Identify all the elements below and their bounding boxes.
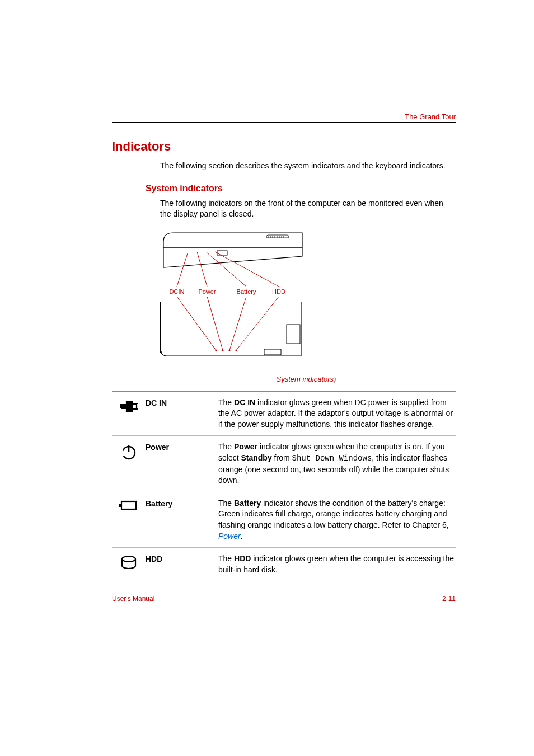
power-link[interactable]: Power <box>218 532 241 541</box>
sub-intro-text: The following indicators on the front of… <box>160 198 456 219</box>
diagram-caption: System indicators) <box>157 375 456 383</box>
dcin-label: DC IN <box>146 397 218 407</box>
svg-line-4 <box>215 252 279 287</box>
battery-desc: The Battery indicator shows the conditio… <box>218 498 456 542</box>
dcin-desc: The DC IN indicator glows green when DC … <box>218 397 456 430</box>
svg-rect-18 <box>121 501 136 509</box>
svg-line-1 <box>177 252 188 287</box>
svg-line-8 <box>229 297 246 350</box>
system-indicators-diagram: DCIN Power Battery HDD <box>157 229 456 369</box>
svg-line-9 <box>236 297 279 350</box>
battery-label: Battery <box>146 498 218 508</box>
intro-text: The following section describes the syst… <box>160 161 456 171</box>
svg-point-11 <box>222 349 223 351</box>
svg-line-7 <box>207 297 223 350</box>
power-desc: The Power indicator glows green when the… <box>218 442 456 486</box>
svg-rect-15 <box>264 349 281 355</box>
power-icon <box>112 442 146 461</box>
battery-icon <box>112 498 146 511</box>
row-power: Power The Power indicator glows green wh… <box>112 436 456 492</box>
hdd-icon <box>112 553 146 570</box>
diagram-label-power: Power <box>198 288 216 295</box>
header-section-label: The Grand Tour <box>405 112 456 121</box>
row-battery: Battery The Battery indicator shows the … <box>112 492 456 548</box>
svg-point-10 <box>215 349 217 351</box>
indicator-table: DC IN The DC IN indicator glows green wh… <box>112 391 456 582</box>
svg-point-12 <box>228 349 230 351</box>
power-label: Power <box>146 442 218 452</box>
svg-point-13 <box>235 349 237 351</box>
svg-line-3 <box>206 252 246 287</box>
svg-rect-14 <box>287 325 300 344</box>
page-footer: User's Manual 2-11 <box>112 593 456 603</box>
diagram-label-battery: Battery <box>237 288 256 295</box>
row-dcin: DC IN The DC IN indicator glows green wh… <box>112 392 456 436</box>
page-header: The Grand Tour <box>112 112 456 123</box>
svg-rect-5 <box>160 302 161 353</box>
diagram-label-hdd: HDD <box>272 288 285 295</box>
subsection-title: System indicators <box>146 184 456 194</box>
svg-line-2 <box>197 252 207 287</box>
section-title: Indicators <box>112 139 456 154</box>
hdd-label: HDD <box>146 553 218 564</box>
manual-page: The Grand Tour Indicators The following … <box>0 0 534 670</box>
dc-plug-icon <box>112 397 146 415</box>
hdd-desc: The HDD indicator glows green when the c… <box>218 553 456 575</box>
svg-rect-0 <box>217 251 227 255</box>
svg-line-6 <box>177 297 216 350</box>
footer-right: 2-11 <box>442 595 456 603</box>
footer-left: User's Manual <box>112 595 154 603</box>
svg-rect-19 <box>119 504 121 507</box>
row-hdd: HDD The HDD indicator glows green when t… <box>112 548 456 581</box>
svg-point-20 <box>122 556 135 562</box>
diagram-label-dcin: DCIN <box>170 288 185 295</box>
